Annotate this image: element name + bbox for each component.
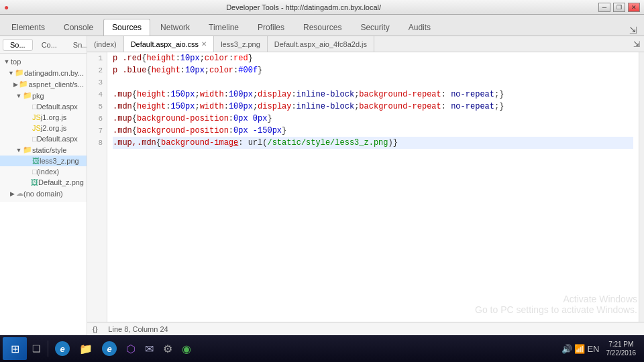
tree-item-no-domain[interactable]: ▶ ☁ (no domain) bbox=[0, 188, 87, 199]
line-num-4: 4 bbox=[91, 88, 103, 101]
code-line-8: .mup,.mdn{background-image: url(/static/… bbox=[113, 137, 633, 149]
file-tab-aio-js[interactable]: Default.aspx_aio_4fc8a2d.js bbox=[268, 36, 374, 52]
sources-sidebar: So... Co... Sn... ⋮ ▼ top ▼ 📁 dating bbox=[0, 36, 87, 335]
line-num-6: 6 bbox=[91, 113, 103, 125]
tree-item-default-aspx-1[interactable]: ▶ □ Default.aspx bbox=[0, 101, 87, 112]
taskbar-ie2-button[interactable]: e bbox=[98, 337, 121, 360]
tree-label-datingadm: datingadm.cn.by... bbox=[24, 69, 84, 77]
line-num-1: 1 bbox=[91, 52, 103, 64]
tab-console[interactable]: Console bbox=[55, 19, 102, 36]
start-button[interactable]: ⊞ bbox=[3, 337, 27, 360]
messenger-icon: ✉ bbox=[145, 343, 154, 355]
taskbar-chrome-button[interactable]: ◉ bbox=[178, 337, 195, 360]
tab-audits[interactable]: Audits bbox=[400, 19, 439, 36]
tab-security[interactable]: Security bbox=[352, 19, 398, 36]
file-tabs-overflow[interactable]: ⇲ bbox=[629, 40, 644, 49]
tree-item-default-aspx-2[interactable]: ▶ □ Default.aspx bbox=[0, 133, 87, 144]
tree-item-top[interactable]: ▼ top bbox=[0, 56, 87, 67]
file-tab-less3-label: less3_z.png bbox=[221, 40, 260, 48]
status-icon: {} bbox=[93, 325, 97, 333]
taskbar-explorer-button[interactable]: 📁 bbox=[75, 337, 97, 360]
code-line-3 bbox=[113, 76, 633, 88]
taskbar-messenger-button[interactable]: ✉ bbox=[141, 337, 158, 360]
ie2-icon: e bbox=[102, 341, 117, 356]
line-num-3: 3 bbox=[91, 76, 103, 88]
line-num-2: 2 bbox=[91, 64, 103, 76]
tree-label-j1: j1.org.js bbox=[41, 113, 67, 121]
taskbar-vs-button[interactable]: ⬡ bbox=[122, 337, 140, 360]
tray-volume-icon: 📶 bbox=[574, 344, 585, 354]
tree-label-no-domain: (no domain) bbox=[23, 190, 63, 198]
dock-button[interactable]: ⇲ bbox=[625, 25, 641, 36]
ie-icon-letter: e bbox=[60, 344, 64, 354]
taskbar-settings-button[interactable]: ⚙ bbox=[159, 337, 176, 360]
code-editor: (index) Default.aspx_aio.css ✕ less3_z.p… bbox=[87, 36, 644, 335]
subtab-content-scripts[interactable]: Co... bbox=[34, 39, 64, 51]
status-text: Line 8, Column 24 bbox=[108, 325, 168, 333]
tab-profiles[interactable]: Profiles bbox=[249, 19, 293, 36]
file-icon-less3: 🖼 bbox=[32, 157, 40, 165]
code-line-6: .mup{background-position:0px 0px} bbox=[113, 113, 633, 125]
tree-label-default-aspx-2: Default.aspx bbox=[37, 135, 78, 143]
title-bar: ● Developer Tools - http://datingadm.cn.… bbox=[0, 0, 644, 15]
tab-timeline[interactable]: Timeline bbox=[200, 19, 248, 36]
close-button[interactable]: ✕ bbox=[628, 3, 640, 12]
tree-item-less3-png[interactable]: ▶ 🖼 less3_z.png bbox=[0, 156, 87, 166]
file-tab-close-icon[interactable]: ✕ bbox=[201, 40, 207, 48]
tree-item-j2-org-js[interactable]: ▶ JS j2.org.js bbox=[0, 123, 87, 133]
clock-time: 7:21 PM bbox=[606, 340, 637, 349]
tree-label-static: static/style bbox=[32, 146, 66, 154]
file-tabs: (index) Default.aspx_aio.css ✕ less3_z.p… bbox=[87, 36, 644, 52]
window-controls: ─ ❐ ✕ bbox=[598, 3, 640, 12]
code-line-4: .mup{height:150px;width:100px;display:in… bbox=[113, 88, 633, 101]
subtab-sources[interactable]: So... bbox=[3, 39, 33, 51]
tree-arrow-aspnet: ▶ bbox=[12, 81, 19, 88]
tree-item-default-z[interactable]: ▶ 🖼 Default_z.png bbox=[0, 177, 87, 188]
code-line-2: p .blue{height:10px;color:#00f} bbox=[113, 64, 633, 76]
tree-label-pkg: pkg bbox=[32, 92, 44, 100]
tree-item-pkg[interactable]: ▼ 📁 pkg bbox=[0, 90, 87, 101]
visual-studio-icon: ⬡ bbox=[126, 343, 136, 355]
folder-icon-aspnet: 📁 bbox=[19, 80, 28, 88]
taskbar: ⊞ ❑ e 📁 e ⬡ ✉ ⚙ ◉ 🔊 📶 EN bbox=[0, 335, 644, 362]
tab-network[interactable]: Network bbox=[152, 19, 199, 36]
file-icon-index: □ bbox=[32, 168, 37, 176]
file-tab-aio-css[interactable]: Default.aspx_aio.css ✕ bbox=[124, 36, 215, 52]
tree-item-aspnet[interactable]: ▶ 📁 aspnet_client/s... bbox=[0, 78, 87, 90]
tree-arrow-datingadm: ▼ bbox=[7, 70, 15, 76]
taskbar-ie-button[interactable]: e bbox=[51, 337, 74, 360]
folder-icon-static: 📁 bbox=[23, 145, 32, 154]
line-numbers: 1 2 3 4 5 6 7 8 bbox=[87, 52, 107, 322]
tree-item-index[interactable]: ▶ □ (index) bbox=[0, 166, 87, 177]
task-view-icon: ❑ bbox=[32, 343, 41, 354]
tree-item-static-style[interactable]: ▼ 📁 static/style bbox=[0, 144, 87, 156]
minimize-button[interactable]: ─ bbox=[598, 3, 610, 12]
line-num-5: 5 bbox=[91, 101, 103, 113]
sources-panel: So... Co... Sn... ⋮ ▼ top ▼ 📁 dating bbox=[0, 36, 644, 335]
code-line-1: p .red{height:10px;color:red} bbox=[113, 52, 633, 64]
file-tab-index[interactable]: (index) bbox=[87, 36, 124, 52]
tray-icons: 🔊 📶 EN bbox=[557, 344, 603, 354]
task-view-button[interactable]: ❑ bbox=[28, 337, 45, 360]
code-content[interactable]: p .red{height:10px;color:red} p .blue{he… bbox=[107, 52, 639, 322]
code-lines-area[interactable]: 1 2 3 4 5 6 7 8 p .red{height:10px;color… bbox=[87, 52, 644, 322]
tree-label-index: (index) bbox=[37, 168, 60, 176]
vertical-scrollbar[interactable] bbox=[639, 52, 644, 322]
file-tab-less3[interactable]: less3_z.png bbox=[214, 36, 268, 52]
chrome-icon: ◉ bbox=[182, 343, 191, 355]
file-icon-aspx-2: □ bbox=[32, 135, 37, 143]
folder-icon-datingadm: 📁 bbox=[15, 68, 24, 77]
tab-elements[interactable]: Elements bbox=[3, 19, 54, 36]
folder-icon-pkg: 📁 bbox=[23, 91, 32, 100]
taskbar-clock[interactable]: 7:21 PM 7/22/2016 bbox=[606, 340, 637, 357]
taskbar-separator-1 bbox=[48, 341, 48, 357]
tree-item-j1-org-js[interactable]: ▶ JS j1.org.js bbox=[0, 112, 87, 123]
tab-resources[interactable]: Resources bbox=[294, 19, 350, 36]
ie-icon: e bbox=[55, 341, 70, 356]
tree-item-datingadm[interactable]: ▼ 📁 datingadm.cn.by... bbox=[0, 67, 87, 78]
restore-button[interactable]: ❐ bbox=[613, 3, 625, 12]
tab-sources[interactable]: Sources bbox=[103, 19, 150, 36]
tree-label-top: top bbox=[11, 58, 21, 66]
file-icon-j1: JS bbox=[32, 113, 41, 121]
tree-arrow-top: ▼ bbox=[3, 58, 11, 65]
